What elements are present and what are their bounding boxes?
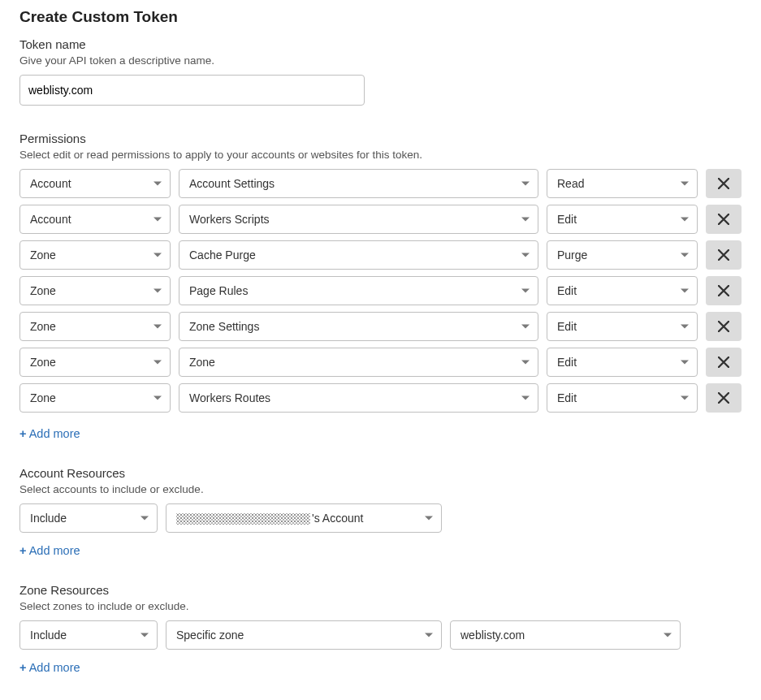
permissions-add-more[interactable]: + Add more xyxy=(19,427,80,440)
permission-row: AccountWorkers ScriptsEdit xyxy=(19,205,742,234)
chevron-down-icon xyxy=(681,253,689,257)
permission-scope-dropdown[interactable]: Account xyxy=(19,169,171,198)
permission-access-dropdown[interactable]: Edit xyxy=(547,348,698,377)
token-name-input[interactable] xyxy=(19,75,365,106)
permissions-desc: Select edit or read permissions to apply… xyxy=(19,149,742,161)
chevron-down-icon xyxy=(141,516,149,521)
zone-resources-label: Zone Resources xyxy=(19,583,742,597)
dropdown-value: Specific zone xyxy=(176,629,244,642)
chevron-down-icon xyxy=(153,361,162,365)
permission-remove-button[interactable] xyxy=(706,312,742,341)
close-icon xyxy=(718,214,729,225)
permission-remove-button[interactable] xyxy=(706,205,742,234)
dropdown-value: Edit xyxy=(557,213,577,226)
dropdown-value: Workers Routes xyxy=(189,391,270,404)
account-resources-add-more[interactable]: + Add more xyxy=(19,544,80,557)
permission-resource-dropdown[interactable]: Workers Routes xyxy=(179,383,538,413)
permission-access-dropdown[interactable]: Purge xyxy=(547,240,698,270)
dropdown-value: Workers Scripts xyxy=(189,213,270,226)
permission-resource-dropdown[interactable]: Zone Settings xyxy=(179,312,538,341)
chevron-down-icon xyxy=(681,396,689,400)
permission-resource-dropdown[interactable]: Zone xyxy=(179,348,538,377)
close-icon xyxy=(718,392,729,404)
permission-access-dropdown[interactable]: Edit xyxy=(547,383,698,413)
account-resources-section: Account Resources Select accounts to inc… xyxy=(19,466,742,557)
chevron-down-icon xyxy=(681,289,689,293)
dropdown-value: Account xyxy=(30,177,71,190)
permission-remove-button[interactable] xyxy=(706,169,742,198)
dropdown-value: Include xyxy=(30,629,67,642)
permission-row: ZoneCache PurgePurge xyxy=(19,240,742,270)
redacted-text xyxy=(176,513,310,525)
dropdown-value: Zone xyxy=(30,284,56,297)
permission-scope-dropdown[interactable]: Zone xyxy=(19,348,171,377)
permission-resource-dropdown[interactable]: Account Settings xyxy=(179,169,538,198)
permissions-label: Permissions xyxy=(19,132,742,145)
close-icon xyxy=(718,249,729,261)
permission-remove-button[interactable] xyxy=(706,348,742,377)
zone-resource-mode-dropdown[interactable]: Include xyxy=(19,620,158,650)
permission-row: AccountAccount SettingsRead xyxy=(19,169,742,198)
close-icon xyxy=(718,285,729,296)
token-name-label: Token name xyxy=(19,37,742,51)
chevron-down-icon xyxy=(521,325,530,329)
permission-scope-dropdown[interactable]: Zone xyxy=(19,312,171,341)
permission-remove-button[interactable] xyxy=(706,240,742,270)
permission-scope-dropdown[interactable]: Zone xyxy=(19,240,171,270)
permission-scope-dropdown[interactable]: Zone xyxy=(19,276,171,305)
account-resource-account-dropdown[interactable]: 's Account xyxy=(166,503,442,533)
chevron-down-icon xyxy=(153,182,162,186)
dropdown-value: Cache Purge xyxy=(189,248,256,261)
permission-row: ZoneZoneEdit xyxy=(19,348,742,377)
chevron-down-icon xyxy=(681,361,689,365)
dropdown-value: Edit xyxy=(557,356,577,369)
permission-row: ZonePage RulesEdit xyxy=(19,276,742,305)
dropdown-value: Edit xyxy=(557,391,577,404)
permission-resource-dropdown[interactable]: Cache Purge xyxy=(179,240,538,270)
permission-resource-dropdown[interactable]: Page Rules xyxy=(179,276,538,305)
chevron-down-icon xyxy=(521,218,530,222)
chevron-down-icon xyxy=(153,218,162,222)
chevron-down-icon xyxy=(681,325,689,329)
permission-remove-button[interactable] xyxy=(706,276,742,305)
permission-resource-dropdown[interactable]: Workers Scripts xyxy=(179,205,538,234)
account-resource-mode-dropdown[interactable]: Include xyxy=(19,503,158,533)
zone-resource-scope-dropdown[interactable]: Specific zone xyxy=(166,620,442,650)
chevron-down-icon xyxy=(141,633,149,637)
chevron-down-icon xyxy=(153,396,162,400)
chevron-down-icon xyxy=(425,516,433,521)
token-name-section: Token name Give your API token a descrip… xyxy=(19,37,742,106)
permission-access-dropdown[interactable]: Edit xyxy=(547,205,698,234)
dropdown-value: Zone xyxy=(30,391,56,404)
permission-row: ZoneZone SettingsEdit xyxy=(19,312,742,341)
chevron-down-icon xyxy=(521,253,530,257)
zone-resource-zone-dropdown[interactable]: weblisty.com xyxy=(450,620,681,650)
zone-resources-add-more[interactable]: + Add more xyxy=(19,661,80,674)
dropdown-value: Zone xyxy=(30,356,56,369)
chevron-down-icon xyxy=(521,289,530,293)
permission-access-dropdown[interactable]: Edit xyxy=(547,312,698,341)
dropdown-value: Read xyxy=(557,177,584,190)
dropdown-value: Include xyxy=(30,512,67,525)
permission-remove-button[interactable] xyxy=(706,383,742,413)
dropdown-value: Purge xyxy=(557,248,587,261)
chevron-down-icon xyxy=(153,289,162,293)
account-resources-label: Account Resources xyxy=(19,466,742,480)
dropdown-value: Page Rules xyxy=(189,284,248,297)
close-icon xyxy=(718,321,729,332)
chevron-down-icon xyxy=(521,361,530,365)
account-resources-desc: Select accounts to include or exclude. xyxy=(19,483,742,495)
dropdown-value: Account Settings xyxy=(189,177,275,190)
dropdown-value: 's Account xyxy=(176,512,363,525)
dropdown-value: Account xyxy=(30,213,71,226)
add-more-label: Add more xyxy=(29,661,80,674)
permission-access-dropdown[interactable]: Read xyxy=(547,169,698,198)
permission-row: ZoneWorkers RoutesEdit xyxy=(19,383,742,413)
zone-resources-desc: Select zones to include or exclude. xyxy=(19,600,742,612)
page-title: Create Custom Token xyxy=(19,8,742,26)
permissions-section: Permissions Select edit or read permissi… xyxy=(19,132,742,440)
dropdown-value: Zone xyxy=(189,356,215,369)
permission-scope-dropdown[interactable]: Zone xyxy=(19,383,171,413)
permission-scope-dropdown[interactable]: Account xyxy=(19,205,171,234)
permission-access-dropdown[interactable]: Edit xyxy=(547,276,698,305)
